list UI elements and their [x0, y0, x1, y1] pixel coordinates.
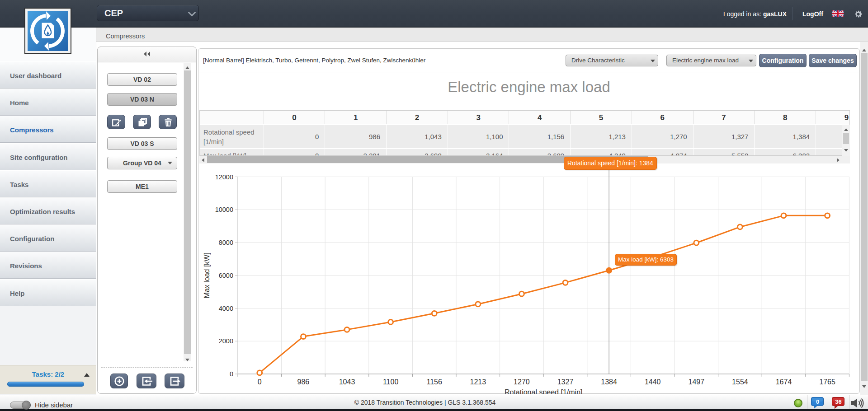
svg-text:0: 0	[816, 398, 819, 405]
svg-text:8000: 8000	[219, 239, 233, 246]
svg-text:1440: 1440	[645, 378, 661, 386]
svg-text:Rotational speed [1/min]: Rotational speed [1/min]	[505, 388, 583, 394]
svg-text:6000: 6000	[219, 272, 233, 279]
svg-text:1270: 1270	[514, 378, 530, 386]
svg-text:0: 0	[230, 370, 233, 378]
svg-text:Max load [kW]: Max load [kW]	[203, 252, 211, 298]
svg-text:1674: 1674	[776, 378, 792, 386]
svg-text:1765: 1765	[819, 378, 835, 386]
svg-text:2000: 2000	[219, 337, 233, 345]
svg-text:1384: 1384	[601, 378, 617, 386]
svg-text:1327: 1327	[557, 378, 574, 386]
svg-text:1100: 1100	[383, 378, 399, 386]
svg-text:1156: 1156	[426, 378, 442, 386]
svg-text:986: 986	[297, 378, 310, 386]
svg-text:0: 0	[258, 378, 262, 386]
svg-text:1554: 1554	[732, 378, 748, 386]
svg-text:1497: 1497	[689, 378, 705, 386]
svg-text:10000: 10000	[215, 206, 233, 213]
svg-text:12000: 12000	[215, 173, 233, 181]
svg-text:1043: 1043	[339, 378, 355, 386]
svg-text:36: 36	[835, 398, 841, 405]
svg-text:1213: 1213	[470, 378, 486, 386]
svg-text:4000: 4000	[219, 305, 233, 312]
